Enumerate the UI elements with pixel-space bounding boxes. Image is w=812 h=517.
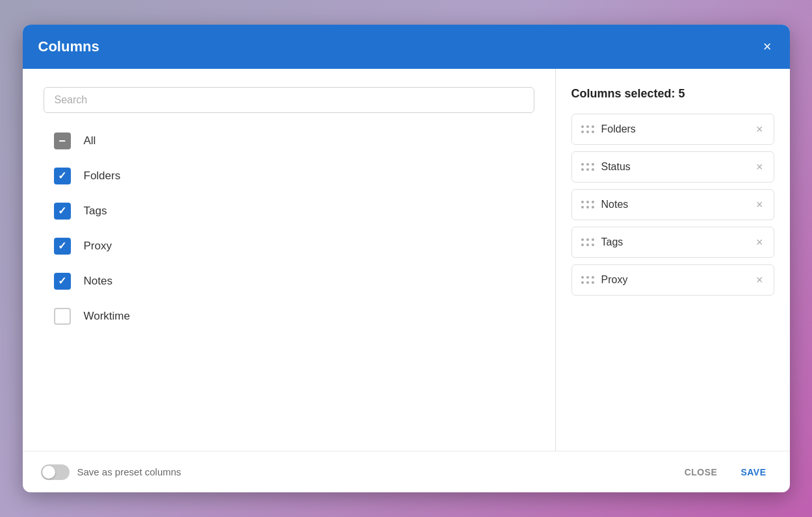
columns-selected-count: Columns selected: 5 — [571, 87, 774, 101]
checkmark-icon: ✓ — [58, 171, 66, 181]
checkbox-all[interactable]: − — [54, 132, 71, 149]
selected-item-status: Status × — [571, 151, 774, 183]
dialog-header: Columns × — [23, 25, 790, 69]
selected-label-proxy: Proxy — [601, 274, 748, 286]
drag-handle-tags[interactable] — [581, 238, 595, 247]
drag-handle-proxy[interactable] — [581, 276, 595, 284]
checkbox-item-all[interactable]: − All — [44, 123, 529, 158]
checkbox-label-worktime: Worktime — [84, 310, 130, 323]
search-input[interactable] — [44, 87, 534, 113]
preset-toggle-wrapper: Save as preset columns — [41, 464, 181, 480]
checkbox-item-proxy[interactable]: ✓ Proxy — [44, 229, 529, 264]
checkmark-icon: ✓ — [58, 241, 66, 251]
toggle-knob — [42, 466, 55, 479]
checkbox-folders[interactable]: ✓ — [54, 168, 71, 184]
close-button[interactable]: CLOSE — [679, 463, 723, 481]
checkbox-list: − All ✓ Folders ✓ Tags — [44, 123, 534, 433]
drag-handle-status[interactable] — [581, 163, 595, 171]
remove-status-button[interactable]: × — [755, 160, 765, 174]
checkbox-item-notes[interactable]: ✓ Notes — [44, 264, 529, 299]
selected-item-folders: Folders × — [571, 114, 774, 145]
dialog-body: − All ✓ Folders ✓ Tags — [23, 69, 790, 451]
remove-proxy-button[interactable]: × — [755, 273, 765, 287]
checkbox-item-worktime[interactable]: Worktime — [44, 299, 529, 334]
selected-label-tags: Tags — [601, 236, 748, 248]
save-button[interactable]: SAVE — [735, 463, 771, 481]
checkbox-item-folders[interactable]: ✓ Folders — [44, 158, 529, 194]
columns-dialog: Columns × − All ✓ Folders — [23, 25, 790, 492]
checkbox-label-folders: Folders — [84, 170, 121, 183]
close-x-button[interactable]: × — [761, 37, 774, 57]
remove-tags-button[interactable]: × — [755, 235, 765, 249]
selected-item-notes: Notes × — [571, 189, 774, 220]
checkmark-icon: ✓ — [58, 206, 66, 216]
footer-actions: CLOSE SAVE — [679, 463, 772, 481]
checkbox-label-all: All — [84, 134, 96, 147]
selected-label-folders: Folders — [601, 123, 748, 135]
selected-item-tags: Tags × — [571, 227, 774, 258]
dialog-title: Columns — [38, 38, 99, 55]
drag-handle-folders[interactable] — [581, 125, 595, 134]
remove-folders-button[interactable]: × — [755, 122, 765, 136]
right-panel: Columns selected: 5 Folders × Status — [556, 69, 790, 451]
checkbox-worktime[interactable] — [54, 308, 71, 325]
checkmark-icon: ✓ — [58, 276, 66, 286]
preset-toggle-label: Save as preset columns — [77, 466, 181, 477]
remove-notes-button[interactable]: × — [755, 197, 765, 212]
checkbox-label-tags: Tags — [84, 205, 107, 218]
checkbox-item-tags[interactable]: ✓ Tags — [44, 194, 529, 229]
checkbox-proxy[interactable]: ✓ — [54, 238, 71, 255]
checkbox-label-proxy: Proxy — [84, 240, 112, 253]
checkbox-tags[interactable]: ✓ — [54, 203, 71, 220]
drag-handle-notes[interactable] — [581, 201, 595, 209]
selected-label-notes: Notes — [601, 199, 748, 210]
checkbox-notes[interactable]: ✓ — [54, 273, 71, 290]
selected-item-proxy: Proxy × — [571, 264, 774, 296]
dialog-footer: Save as preset columns CLOSE SAVE — [23, 451, 790, 492]
checkbox-label-notes: Notes — [84, 275, 112, 288]
indeterminate-icon: − — [59, 135, 66, 147]
selected-label-status: Status — [601, 161, 748, 173]
left-panel: − All ✓ Folders ✓ Tags — [23, 69, 555, 451]
preset-toggle[interactable] — [41, 464, 70, 480]
